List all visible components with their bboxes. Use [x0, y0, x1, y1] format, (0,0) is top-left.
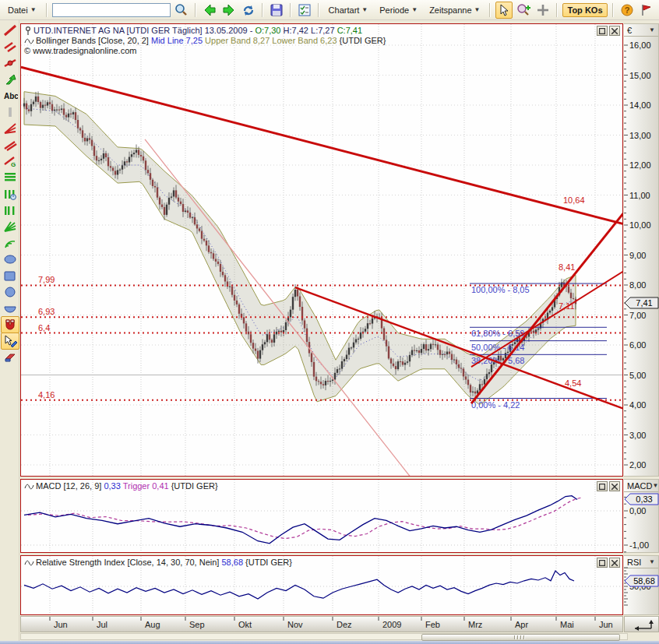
arc-icon	[3, 302, 17, 315]
chevron-down-icon[interactable]: ▼	[649, 26, 655, 33]
ellipse-tool[interactable]	[1, 251, 19, 268]
properties-button[interactable]	[296, 2, 313, 19]
time-axis[interactable]: JunJulAugSepOktNovDez2009FebMrzAprMaiJun	[20, 616, 623, 632]
periode-menu-button[interactable]: Periode▼	[375, 3, 422, 17]
chevron-down-icon: ▼	[30, 6, 37, 13]
zoom-plus-icon	[516, 3, 530, 16]
top-kos-button[interactable]: Top KOs	[562, 3, 607, 17]
svg-text:Abc: Abc	[4, 92, 18, 100]
month-label: Jul	[97, 620, 107, 629]
back-button[interactable]	[201, 2, 218, 19]
maximize-icon	[599, 484, 605, 490]
rectangle-icon	[3, 269, 17, 282]
arc-tool[interactable]	[1, 300, 19, 317]
macd-axis[interactable]: MACD ▼ 0,33 0,00-1,00	[624, 479, 659, 553]
chevron-down-icon[interactable]: ▼	[649, 558, 655, 565]
rectangle-tool[interactable]	[1, 267, 19, 284]
draw-pointer-tool[interactable]	[1, 333, 19, 350]
trend-channel-tool[interactable]	[1, 136, 19, 153]
pointer-mode-button[interactable]	[495, 2, 513, 19]
macd-legend: MACD [12, 26, 9] 0,33 Trigger 0,41 {UTDI…	[36, 481, 218, 491]
trendline-icon	[3, 24, 17, 37]
ellipse-icon	[3, 253, 17, 266]
drawing-toolbar: AbcG	[0, 20, 19, 644]
price-tick-label: 4,00	[629, 400, 646, 410]
legend-part: MACD [12, 26, 9]	[36, 481, 104, 491]
svg-text:G: G	[11, 161, 16, 167]
rsi-axis[interactable]: RSI ▼ 58,68 50,00	[624, 555, 659, 615]
flag-button[interactable]	[638, 2, 655, 19]
price-axis[interactable]: € ▼ 7,41 16,0015,0014,0013,0012,0011,001…	[624, 23, 659, 477]
month-label: Jun	[599, 620, 613, 629]
scrollbar-thumb[interactable]	[421, 634, 620, 641]
text-icon: Abc	[2, 90, 18, 101]
close-icon	[611, 484, 618, 490]
arrow-right-icon	[222, 4, 236, 16]
text-tool[interactable]: Abc	[1, 87, 19, 104]
file-menu-button[interactable]: Datei▼	[3, 3, 41, 17]
gann-fan-tool[interactable]	[1, 218, 19, 235]
zoom-in-button[interactable]	[515, 2, 532, 19]
gann-line-tool[interactable]: G	[1, 153, 19, 170]
rsi-panel: Relative Strength Index [Close, 14, 30, …	[20, 555, 623, 615]
forward-button[interactable]	[220, 2, 238, 19]
macd-axis-label: MACD	[627, 481, 652, 491]
flag-icon	[640, 4, 652, 16]
month-label: Feb	[425, 620, 440, 629]
regression-line-tool[interactable]	[1, 55, 19, 72]
close-panel-button[interactable]	[609, 558, 620, 568]
chartart-menu-button[interactable]: Chartart▼	[324, 3, 373, 17]
month-label: Mai	[560, 620, 574, 629]
save-button[interactable]	[268, 2, 285, 19]
price-tick-label: 8,00	[629, 280, 646, 290]
fib-time-zones-tool[interactable]	[1, 202, 19, 219]
maximize-panel-button[interactable]	[597, 481, 608, 491]
month-label: Sep	[189, 620, 205, 629]
price-tick-label: 14,00	[629, 100, 651, 110]
month-label: 2009	[382, 620, 401, 629]
fib-arcs-tool[interactable]	[1, 234, 19, 252]
rsi-value-badge: 58,68	[624, 575, 659, 587]
maximize-panel-button[interactable]	[597, 558, 608, 568]
close-icon	[611, 560, 618, 566]
circle-tool[interactable]	[1, 283, 19, 301]
close-panel-button[interactable]	[609, 481, 620, 491]
eraser-tool[interactable]	[1, 349, 19, 366]
axis-corner[interactable]	[624, 616, 659, 632]
horizontal-scrollbar[interactable]	[20, 633, 628, 640]
axes-arrows-icon	[629, 618, 655, 632]
symbol-search-input[interactable]	[52, 3, 171, 17]
price-chart-header: UTD.INTERNET AG NA [UTDI GER Täglich] 13…	[24, 26, 386, 56]
month-label: Aug	[145, 620, 160, 629]
macd-panel: MACD [12, 26, 9] 0,33 Trigger 0,41 {UTDI…	[20, 479, 623, 553]
save-icon	[270, 4, 283, 16]
search-button[interactable]	[173, 2, 190, 19]
vertical-line-tool[interactable]	[1, 104, 19, 121]
price-chart[interactable]: 7,996,936,44,16100,00% - 8,0561,80% - 6,…	[21, 24, 622, 476]
fib-retracement-icon	[3, 171, 17, 184]
rsi-legend: Relative Strength Index [Close, 14, 30, …	[36, 558, 292, 568]
trendline-tool[interactable]	[1, 22, 19, 39]
help-button[interactable]: ?	[618, 2, 636, 19]
chevron-down-icon[interactable]: ▼	[652, 482, 658, 489]
crosshair-button[interactable]	[534, 2, 552, 19]
svg-text:58,68: 58,68	[633, 576, 655, 586]
zeitspanne-menu-button[interactable]: Zeitspanne▼	[425, 3, 485, 17]
legend-part: O:7,30	[255, 26, 283, 35]
fan-lines-tool[interactable]	[1, 120, 19, 137]
gann-line-icon: G	[3, 155, 17, 167]
refresh-button[interactable]	[240, 2, 257, 19]
indicator-squiggle-icon	[24, 37, 34, 45]
legend-part: UTD.INTERNET AG NA [UTDI GER Täglich] 13…	[33, 26, 255, 35]
arrow-tool[interactable]	[1, 71, 19, 88]
magnet-mode-icon	[3, 318, 17, 331]
close-panel-button[interactable]	[609, 26, 620, 36]
magnet-mode-tool[interactable]	[1, 316, 19, 333]
legend-part: Lower Band 6,23	[272, 36, 339, 45]
maximize-panel-button[interactable]	[597, 26, 608, 36]
month-label: Apr	[515, 620, 528, 629]
fib-retracement-tool[interactable]	[1, 169, 19, 186]
legend-part: Upper Band 8,27	[205, 36, 272, 45]
parallel-lines-tool[interactable]	[1, 38, 19, 55]
time-cycles-tool[interactable]	[1, 185, 19, 202]
